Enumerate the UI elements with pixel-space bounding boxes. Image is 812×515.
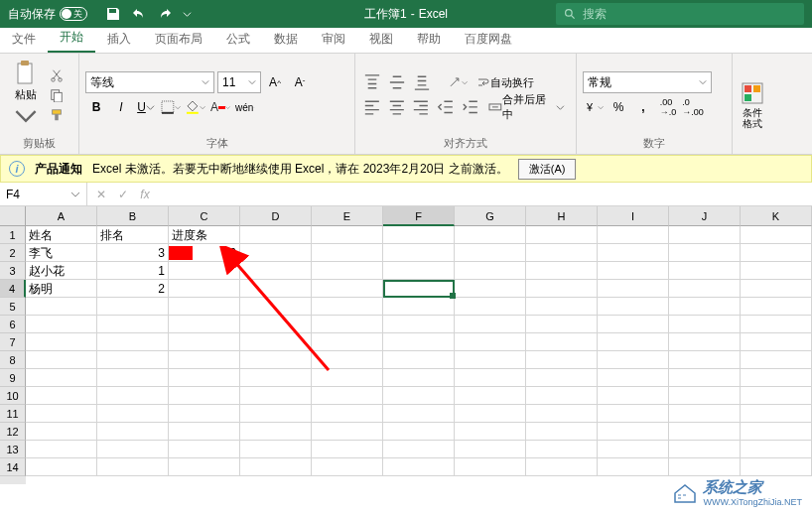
cell[interactable] <box>669 423 741 441</box>
cell[interactable] <box>455 262 526 280</box>
align-right-button[interactable] <box>410 96 432 118</box>
cell[interactable] <box>383 280 455 298</box>
cell[interactable]: 赵小花 <box>26 262 97 280</box>
cell[interactable] <box>312 458 383 476</box>
tab-insert[interactable]: 插入 <box>95 26 143 53</box>
cell[interactable] <box>312 280 383 298</box>
cell[interactable] <box>526 441 598 458</box>
col-header[interactable]: I <box>598 206 669 226</box>
cell[interactable] <box>383 387 455 405</box>
cell[interactable] <box>598 262 669 280</box>
cell[interactable] <box>169 333 240 351</box>
cell[interactable] <box>240 441 312 458</box>
cell[interactable] <box>383 316 455 333</box>
cell[interactable] <box>741 351 812 369</box>
cell[interactable] <box>669 387 741 405</box>
cell[interactable] <box>526 369 598 387</box>
cell[interactable] <box>455 298 526 316</box>
cell[interactable] <box>240 226 312 244</box>
cell[interactable] <box>26 316 97 333</box>
cell[interactable] <box>669 333 741 351</box>
cell[interactable] <box>383 333 455 351</box>
bold-button[interactable]: B <box>85 96 107 118</box>
cell[interactable] <box>240 405 312 423</box>
cell[interactable] <box>240 458 312 476</box>
cell[interactable] <box>312 244 383 262</box>
cell[interactable] <box>169 441 240 458</box>
fx-button[interactable]: fx <box>135 188 155 201</box>
chevron-down-icon[interactable] <box>70 190 80 199</box>
qat-dropdown-icon[interactable] <box>183 10 192 19</box>
activate-button[interactable]: 激活(A) <box>518 159 577 180</box>
save-icon[interactable] <box>105 6 121 22</box>
cell[interactable] <box>383 441 455 458</box>
cell[interactable] <box>97 387 169 405</box>
cell[interactable] <box>598 441 669 458</box>
cancel-formula-button[interactable]: ✕ <box>91 188 111 201</box>
cell[interactable]: 1 <box>97 262 169 280</box>
col-header[interactable]: C <box>169 206 240 226</box>
cell[interactable] <box>455 458 526 476</box>
cell[interactable]: 3 <box>97 244 169 262</box>
cell[interactable] <box>741 405 812 423</box>
col-header[interactable]: G <box>455 206 526 226</box>
cell[interactable] <box>741 298 812 316</box>
cell[interactable] <box>169 280 240 298</box>
phonetic-button[interactable]: wén <box>234 96 256 118</box>
cell[interactable] <box>240 351 312 369</box>
tab-layout[interactable]: 页面布局 <box>143 26 214 53</box>
cell[interactable] <box>598 226 669 244</box>
row-header[interactable]: 14 <box>0 458 26 476</box>
cell[interactable] <box>383 458 455 476</box>
cell[interactable]: 2 <box>97 280 169 298</box>
cell[interactable] <box>598 458 669 476</box>
cell[interactable] <box>526 280 598 298</box>
cell[interactable] <box>455 316 526 333</box>
cell[interactable] <box>97 405 169 423</box>
cell[interactable] <box>669 226 741 244</box>
cell[interactable] <box>669 280 741 298</box>
cell[interactable] <box>526 458 598 476</box>
cell[interactable] <box>526 423 598 441</box>
cell[interactable] <box>312 387 383 405</box>
cell[interactable] <box>383 423 455 441</box>
row-header[interactable]: 3 <box>0 262 26 280</box>
cell[interactable] <box>741 333 812 351</box>
cell[interactable] <box>383 244 455 262</box>
cell[interactable] <box>741 226 812 244</box>
cell[interactable] <box>312 423 383 441</box>
tab-file[interactable]: 文件 <box>0 26 48 53</box>
cut-icon[interactable] <box>50 68 64 82</box>
cell[interactable] <box>741 458 812 476</box>
redo-icon[interactable] <box>157 6 173 22</box>
merge-center-button[interactable]: 合并后居中 <box>483 96 570 118</box>
underline-button[interactable]: U <box>135 96 157 118</box>
cell[interactable]: 李飞 <box>26 244 97 262</box>
cell[interactable] <box>97 441 169 458</box>
cell[interactable] <box>741 423 812 441</box>
cell[interactable] <box>169 351 240 369</box>
cell[interactable] <box>169 387 240 405</box>
cell[interactable] <box>312 405 383 423</box>
cell[interactable] <box>455 333 526 351</box>
cell[interactable] <box>26 458 97 476</box>
currency-button[interactable]: ¥ <box>583 96 605 118</box>
cell[interactable]: 36 <box>169 244 240 262</box>
cell[interactable] <box>312 333 383 351</box>
row-header[interactable]: 2 <box>0 244 26 262</box>
cell[interactable] <box>169 298 240 316</box>
cell[interactable] <box>312 262 383 280</box>
autosave-toggle[interactable]: 自动保存 关 <box>0 6 95 23</box>
cell[interactable] <box>741 369 812 387</box>
decrease-indent-button[interactable] <box>435 96 457 118</box>
col-header[interactable]: H <box>526 206 598 226</box>
increase-indent-button[interactable] <box>460 96 481 118</box>
cell[interactable] <box>169 423 240 441</box>
cell[interactable]: 杨明 <box>26 280 97 298</box>
cell[interactable] <box>169 405 240 423</box>
cell[interactable] <box>598 369 669 387</box>
cell[interactable] <box>312 316 383 333</box>
cell[interactable] <box>455 423 526 441</box>
col-header[interactable]: J <box>669 206 741 226</box>
select-all-corner[interactable] <box>0 206 26 226</box>
